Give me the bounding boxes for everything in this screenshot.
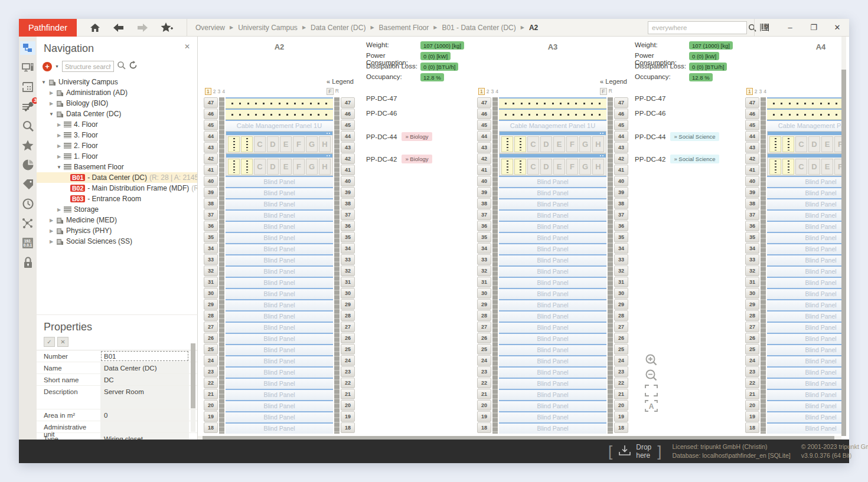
blind-panel-unit[interactable]: Blind Panel — [226, 232, 333, 243]
blind-panel-unit[interactable]: Blind Panel — [226, 209, 333, 221]
structure-search-icon[interactable] — [117, 61, 126, 72]
discard-button[interactable]: ✕ — [57, 337, 68, 347]
tree-expander-icon[interactable]: ▶ — [56, 154, 63, 159]
department-tag[interactable]: » Biology — [402, 132, 432, 141]
blind-panel-unit[interactable]: Blind Panel — [499, 254, 606, 265]
property-value-field[interactable]: B01 — [100, 350, 189, 362]
blind-panel-unit[interactable]: Blind Panel — [767, 254, 841, 265]
installed-module[interactable] — [782, 159, 794, 175]
add-node-caret-icon[interactable]: ▼ — [55, 64, 59, 68]
rack-view-option[interactable]: 1 — [478, 88, 485, 95]
tree-item[interactable]: ▶Storage — [37, 204, 197, 215]
installed-module[interactable] — [501, 136, 513, 152]
installed-module[interactable] — [241, 159, 253, 175]
blind-panel-unit[interactable]: Blind Panel — [226, 288, 333, 299]
empty-slot[interactable]: C — [527, 159, 539, 175]
patch-panel-unit[interactable] — [499, 109, 606, 120]
blind-panel-unit[interactable]: Blind Panel — [226, 400, 333, 411]
blind-panel-unit[interactable]: Blind Panel — [226, 310, 333, 322]
empty-slot[interactable]: H — [592, 136, 604, 152]
blind-panel-unit[interactable]: Blind Panel — [767, 277, 841, 288]
tree-expander-icon[interactable]: ▶ — [56, 133, 63, 138]
chassis-unit[interactable]: CDEFGH — [767, 131, 841, 153]
chassis-unit[interactable]: CDEFGH — [226, 153, 333, 176]
global-search-input[interactable] — [648, 24, 746, 31]
empty-slot[interactable]: C — [254, 159, 266, 175]
properties-scrollbar[interactable] — [191, 343, 195, 432]
department-tag[interactable]: » Social Science — [670, 132, 719, 141]
blind-panel-unit[interactable]: Blind Panel — [499, 378, 606, 389]
tree-expander-icon[interactable]: ▶ — [48, 101, 55, 106]
breadcrumb-item[interactable]: Overview — [195, 24, 225, 32]
blind-panel-unit[interactable]: Blind Panel — [767, 265, 841, 277]
cable-management-unit[interactable]: Cable Management Panel 1U — [226, 120, 333, 131]
patch-panel-label[interactable]: PP-DC-47 — [635, 95, 665, 102]
blind-panel-unit[interactable]: Blind Panel — [767, 176, 841, 187]
rack-fr-option[interactable]: R — [335, 88, 340, 95]
favorites-star-icon[interactable] — [20, 139, 35, 152]
empty-slot[interactable]: C — [254, 136, 266, 152]
rack-view-option[interactable]: 3 — [759, 88, 762, 94]
rack-view-selector[interactable]: 1234 — [478, 88, 498, 95]
empty-slot[interactable]: H — [592, 159, 604, 175]
tree-expander-icon[interactable]: ▶ — [56, 143, 63, 149]
rack-view-option[interactable]: 4 — [222, 88, 225, 94]
blind-panel-unit[interactable]: Blind Panel — [767, 344, 841, 355]
blind-panel-unit[interactable]: Blind Panel — [767, 389, 841, 400]
blind-panel-unit[interactable]: Blind Panel — [767, 221, 841, 232]
property-value-field[interactable]: 0 — [100, 409, 189, 421]
tree-item[interactable]: ▶Physics (PHY) — [37, 225, 197, 236]
blind-panel-unit[interactable]: Blind Panel — [226, 322, 333, 333]
tree-item[interactable]: B03- Entrance Room — [37, 194, 197, 204]
tree-item[interactable]: ▶Biology (BIO) — [37, 98, 197, 109]
tree-item[interactable]: ▶2. Floor — [37, 140, 197, 151]
zoom-in-button[interactable] — [643, 352, 660, 368]
blind-panel-unit[interactable]: Blind Panel — [767, 400, 841, 411]
help-button[interactable]: ? — [755, 19, 778, 37]
rack-fr-option[interactable]: F — [600, 88, 607, 95]
rack-fr-option[interactable]: R — [608, 88, 613, 95]
back-icon[interactable] — [113, 24, 124, 32]
rack-view-selector[interactable]: 1234 — [205, 88, 225, 95]
patch-panel-label[interactable]: PP-DC-44» Social Science — [635, 132, 719, 141]
blind-panel-unit[interactable]: Blind Panel — [226, 344, 333, 355]
blind-panel-unit[interactable]: Blind Panel — [226, 277, 333, 288]
empty-slot[interactable]: E — [553, 159, 565, 175]
empty-slot[interactable]: G — [579, 159, 591, 175]
empty-slot[interactable]: H — [319, 136, 331, 152]
blind-panel-unit[interactable]: Blind Panel — [499, 221, 606, 232]
search-icon[interactable] — [20, 119, 35, 133]
patch-panel-unit[interactable] — [226, 97, 333, 109]
installed-module[interactable] — [782, 136, 794, 152]
empty-slot[interactable]: E — [280, 159, 292, 175]
blind-panel-unit[interactable]: Blind Panel — [226, 378, 333, 389]
patch-panel-label[interactable]: PP-DC-46 — [366, 110, 397, 117]
empty-slot[interactable]: D — [267, 159, 279, 175]
blind-panel-unit[interactable]: Blind Panel — [499, 389, 606, 400]
empty-slot[interactable]: D — [540, 159, 552, 175]
blind-panel-unit[interactable]: Blind Panel — [226, 221, 333, 232]
blind-panel-unit[interactable]: Blind Panel — [226, 366, 333, 378]
installed-module[interactable] — [241, 136, 253, 152]
tree-item[interactable]: B01- Data Center (DC)(R: 28 | A: 2145 | — [37, 172, 197, 183]
lock-icon[interactable] — [20, 255, 35, 269]
cable-management-unit[interactable]: Cable Management Panel 1U — [767, 120, 841, 131]
navigation-close-icon[interactable]: ✕ — [184, 42, 190, 51]
zoom-actual-button[interactable]: A — [643, 398, 660, 414]
rack-title[interactable]: A4 — [745, 42, 841, 51]
rack-view-option[interactable]: 2 — [487, 88, 490, 94]
blind-panel-unit[interactable]: Blind Panel — [767, 378, 841, 389]
tree-item[interactable]: ▼Basement Floor — [37, 162, 197, 172]
blind-panel-unit[interactable]: Blind Panel — [499, 299, 606, 310]
empty-slot[interactable]: F — [293, 159, 305, 175]
blind-panel-unit[interactable]: Blind Panel — [226, 176, 333, 187]
empty-slot[interactable]: C — [527, 136, 539, 152]
app-logo[interactable]: Pathfinder — [19, 19, 77, 37]
blind-panel-unit[interactable]: Blind Panel — [499, 198, 606, 209]
blind-panel-unit[interactable]: Blind Panel — [226, 299, 333, 310]
tree-expander-icon[interactable]: ▶ — [48, 90, 55, 96]
empty-slot[interactable]: F — [566, 159, 578, 175]
workstation-icon[interactable] — [20, 61, 35, 74]
blind-panel-unit[interactable]: Blind Panel — [226, 389, 333, 400]
forward-icon[interactable] — [137, 24, 148, 32]
